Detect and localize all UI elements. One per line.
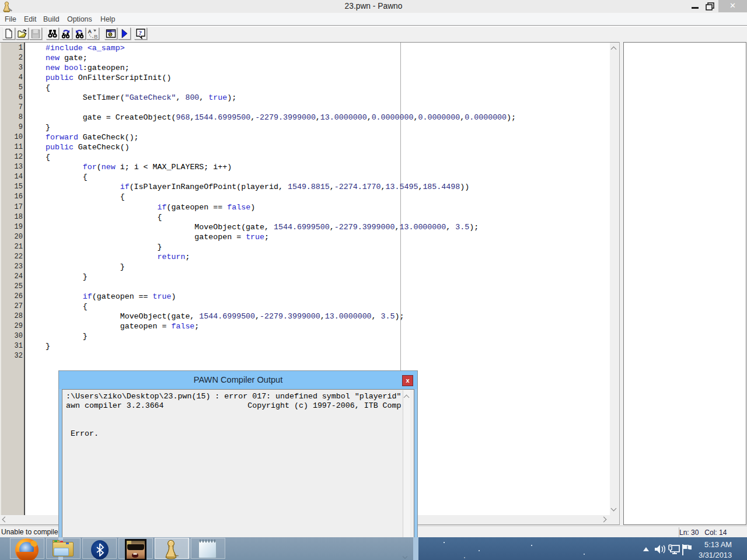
svg-text:B: B xyxy=(94,34,98,40)
svg-text:A: A xyxy=(88,29,92,34)
svg-text:?: ? xyxy=(139,29,142,36)
